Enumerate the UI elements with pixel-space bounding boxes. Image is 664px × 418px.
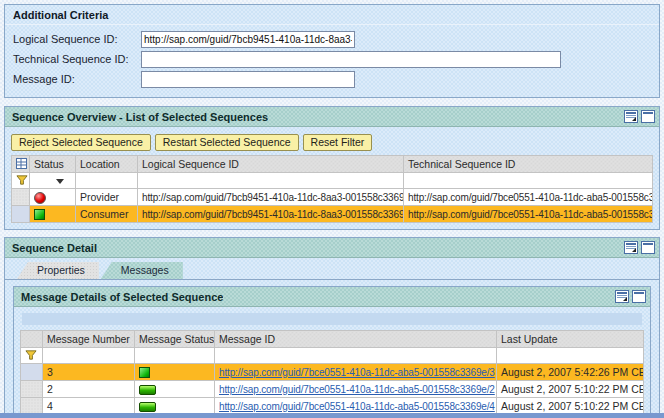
message-id-cell: http://sap.com/guid/7bce0551-410a-11dc-a… (215, 381, 497, 398)
sequence-overview-title: Sequence Overview - List of Selected Seq… (12, 111, 268, 123)
row-selector-cell[interactable] (21, 381, 43, 398)
messages-tab-content: Message Details of Selected Sequence (5, 280, 659, 418)
additional-criteria-title: Additional Criteria (5, 5, 659, 25)
message-number-cell: 3 (43, 364, 135, 381)
filter-funnel-icon (16, 176, 28, 188)
bottom-border-bar (0, 413, 664, 418)
row-selector-cell[interactable] (21, 364, 43, 381)
status-processed-icon (139, 402, 156, 412)
message-id-row: Message ID: (13, 69, 651, 89)
sequence-row-provider[interactable]: Provider http://sap.com/guid/7bcb9451-41… (12, 189, 653, 206)
sequence-overview-header: Sequence Overview - List of Selected Seq… (5, 107, 659, 127)
application-window: Additional Criteria Logical Sequence ID:… (0, 0, 664, 418)
logical-sequence-id-label: Logical Sequence ID: (13, 33, 141, 45)
collapse-tray-icon[interactable] (641, 110, 655, 123)
location-cell: Provider (76, 189, 138, 206)
location-filter-cell[interactable] (76, 173, 138, 189)
collapse-tray-icon[interactable] (632, 290, 646, 303)
additional-criteria-body: Logical Sequence ID: Technical Sequence … (5, 25, 659, 97)
status-filter-dropdown-icon[interactable] (56, 179, 64, 184)
logical-sequence-id-input[interactable] (141, 31, 355, 48)
reset-filter-button[interactable]: Reset Filter (303, 134, 373, 151)
message-status-filter-cell[interactable] (135, 348, 215, 364)
sequence-table-header-row: Status Location Logical Sequence ID Tech… (12, 156, 653, 173)
expand-tray-icon[interactable] (615, 290, 629, 303)
filter-cell[interactable] (12, 173, 30, 189)
tab-properties[interactable]: Properties (17, 262, 99, 279)
logical-sequence-id-cell: http://sap.com/guid/7bcb9451-410a-11dc-8… (138, 189, 404, 206)
additional-criteria-panel: Additional Criteria Logical Sequence ID:… (4, 4, 660, 98)
select-all-cell[interactable] (12, 156, 30, 173)
message-details-panel: Message Details of Selected Sequence (13, 286, 651, 418)
row-selector-cell[interactable] (21, 398, 43, 415)
column-header-logical-sequence-id[interactable]: Logical Sequence ID (138, 156, 404, 173)
last-update-cell: August 2, 2007 5:10:22 PM CEST (497, 381, 644, 398)
logical-id-filter-cell[interactable] (138, 173, 404, 189)
sequence-table: Status Location Logical Sequence ID Tech… (11, 155, 653, 223)
message-id-cell: http://sap.com/guid/7bce0551-410a-11dc-a… (215, 364, 497, 381)
message-table-header-row: Message Number Message Status Message ID… (21, 331, 644, 348)
filter-funnel-icon (25, 351, 37, 363)
sequence-table-filter-row (12, 173, 653, 189)
message-status-cell (135, 381, 215, 398)
sequence-row-consumer[interactable]: Consumer http://sap.com/guid/7bcb9451-41… (12, 206, 653, 223)
message-id-input[interactable] (141, 71, 355, 88)
message-row-2[interactable]: 2 http://sap.com/guid/7bce0551-410a-11dc… (21, 381, 644, 398)
technical-id-filter-cell[interactable] (404, 173, 653, 189)
logical-sequence-id-row: Logical Sequence ID: (13, 29, 651, 49)
select-all-cell[interactable] (21, 331, 43, 348)
message-id-link[interactable]: http://sap.com/guid/7bce0551-410a-11dc-a… (219, 367, 495, 378)
sequence-overview-header-icons (624, 110, 655, 123)
location-cell: Consumer (76, 206, 138, 223)
status-cell (30, 206, 76, 223)
message-id-cell: http://sap.com/guid/7bce0551-410a-11dc-a… (215, 398, 497, 415)
column-header-last-update[interactable]: Last Update (497, 331, 644, 348)
message-table-filter-row (21, 348, 644, 364)
expand-tray-icon[interactable] (624, 110, 638, 123)
column-header-status[interactable]: Status (30, 156, 76, 173)
message-id-filter-cell[interactable] (215, 348, 497, 364)
message-details-header-icons (615, 290, 646, 303)
sequence-detail-tabs: Properties Messages (5, 258, 659, 280)
message-details-header: Message Details of Selected Sequence (14, 287, 650, 307)
reject-selected-sequence-button[interactable]: Reject Selected Sequence (11, 134, 151, 151)
sequence-detail-header: Sequence Detail (5, 238, 659, 258)
technical-sequence-id-cell: http://sap.com/guid/7bce0551-410a-11dc-a… (404, 189, 653, 206)
status-cell (30, 189, 76, 206)
message-details-body: Message Number Message Status Message ID… (14, 307, 650, 418)
sequence-overview-body: Reject Selected Sequence Restart Selecte… (5, 127, 659, 229)
expand-tray-icon[interactable] (624, 241, 638, 254)
message-id-link[interactable]: http://sap.com/guid/7bce0551-410a-11dc-a… (219, 401, 495, 412)
status-processed-icon (139, 385, 156, 395)
status-ok-icon (34, 209, 45, 220)
sequence-detail-body: Properties Messages Message Details of S… (5, 258, 659, 418)
message-number-cell: 2 (43, 381, 135, 398)
technical-sequence-id-label: Technical Sequence ID: (13, 53, 141, 65)
message-details-title: Message Details of Selected Sequence (21, 291, 223, 303)
status-filter-cell[interactable] (30, 173, 76, 189)
tab-messages[interactable]: Messages (101, 262, 183, 279)
column-header-technical-sequence-id[interactable]: Technical Sequence ID (404, 156, 653, 173)
technical-sequence-id-cell: http://sap.com/guid/7bce0551-410a-11dc-a… (404, 206, 653, 223)
column-header-message-number[interactable]: Message Number (43, 331, 135, 348)
last-update-filter-cell[interactable] (497, 348, 644, 364)
restart-selected-sequence-button[interactable]: Restart Selected Sequence (155, 134, 299, 151)
message-table: Message Number Message Status Message ID… (20, 330, 644, 418)
last-update-cell: August 2, 2007 5:10:22 PM CEST (497, 398, 644, 415)
message-row-4[interactable]: 4 http://sap.com/guid/7bce0551-410a-11dc… (21, 398, 644, 415)
sequence-detail-panel: Sequence Detail Properties Messages Mess… (4, 237, 660, 418)
column-header-message-status[interactable]: Message Status (135, 331, 215, 348)
message-status-cell (135, 398, 215, 415)
status-error-icon (34, 192, 46, 204)
message-id-link[interactable]: http://sap.com/guid/7bce0551-410a-11dc-a… (219, 384, 495, 395)
filter-cell[interactable] (21, 348, 43, 364)
last-update-cell: August 2, 2007 5:42:26 PM CEST (497, 364, 644, 381)
message-number-filter-cell[interactable] (43, 348, 135, 364)
column-header-location[interactable]: Location (76, 156, 138, 173)
row-selector-cell[interactable] (12, 189, 30, 206)
column-header-message-id[interactable]: Message ID (215, 331, 497, 348)
row-selector-cell[interactable] (12, 206, 30, 223)
collapse-tray-icon[interactable] (641, 241, 655, 254)
technical-sequence-id-input[interactable] (141, 51, 561, 68)
message-row-3[interactable]: 3 http://sap.com/guid/7bce0551-410a-11dc… (21, 364, 644, 381)
